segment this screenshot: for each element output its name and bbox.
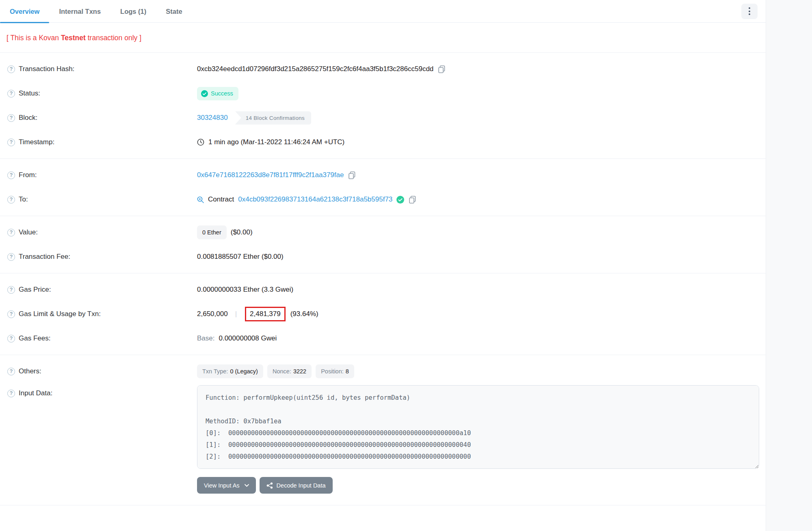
copy-hash-button[interactable] xyxy=(437,65,446,74)
copy-to-address-button[interactable] xyxy=(408,195,417,204)
tab-bar: Overview Internal Txns Logs (1) State xyxy=(0,0,766,23)
status-badge: Success xyxy=(197,87,238,100)
ether-value-badge: 0 Ether xyxy=(197,225,227,239)
tab-internal-txns[interactable]: Internal Txns xyxy=(49,0,110,23)
check-circle-icon xyxy=(201,90,208,97)
help-icon[interactable]: ? xyxy=(7,196,15,204)
transaction-fee-value: 0.0081885507 Ether ($0.00) xyxy=(197,253,284,261)
card-footer-divider xyxy=(0,505,766,521)
verified-check-icon xyxy=(396,196,404,204)
copy-icon xyxy=(438,65,445,73)
block-number-link[interactable]: 30324830 xyxy=(197,114,228,122)
transaction-hash-label: ? Transaction Hash: xyxy=(0,65,197,73)
section-others-input: ? Others: Txn Type: 0 (Legacy) Nonce: 32… xyxy=(0,355,766,525)
row-timestamp: ? Timestamp: 1 min ago (Mar-11-2022 11:4… xyxy=(0,130,766,154)
gas-limit-value: 2,650,000 xyxy=(197,310,228,318)
clock-icon xyxy=(197,139,204,146)
section-from-to: ? From: 0x647e7168122263d8e7f81f17fff9c2… xyxy=(0,158,766,216)
base-fee-label: Base: xyxy=(197,334,214,342)
view-input-as-button[interactable]: View Input As xyxy=(197,477,256,494)
row-input-data: ? Input Data: Function: performUpkeep(ui… xyxy=(0,384,766,499)
row-status: ? Status: Success xyxy=(0,81,766,106)
row-transaction-hash: ? Transaction Hash: 0xcb324eedcd1d07296f… xyxy=(0,57,766,81)
nonce-badge: Nonce: 3222 xyxy=(267,364,312,378)
gas-fees-label: ? Gas Fees: xyxy=(0,334,197,342)
txn-type-badge: Txn Type: 0 (Legacy) xyxy=(197,364,263,378)
help-icon[interactable]: ? xyxy=(7,286,15,294)
usd-value: ($0.00) xyxy=(231,228,253,236)
block-label: ? Block: xyxy=(0,114,197,122)
row-from: ? From: 0x647e7168122263d8e7f81f17fff9c2… xyxy=(0,163,766,187)
more-options-button[interactable] xyxy=(741,4,758,19)
tab-overview[interactable]: Overview xyxy=(0,0,49,23)
tab-logs[interactable]: Logs (1) xyxy=(110,0,156,23)
chevron-down-icon xyxy=(245,484,249,487)
timestamp-value: 1 min ago (Mar-11-2022 11:46:24 AM +UTC) xyxy=(208,138,344,146)
section-hash-status-block-time: ? Transaction Hash: 0xcb324eedcd1d07296f… xyxy=(0,52,766,158)
testnet-warning: [ This is a Kovan Testnet transaction on… xyxy=(0,23,766,52)
help-icon[interactable]: ? xyxy=(7,335,15,342)
section-gas: ? Gas Price: 0.0000000033 Ether (3.3 Gwe… xyxy=(0,273,766,355)
input-data-textarea[interactable]: Function: performUpkeep(uint256 id, byte… xyxy=(197,385,759,469)
row-gas-price: ? Gas Price: 0.0000000033 Ether (3.3 Gwe… xyxy=(0,277,766,302)
row-block: ? Block: 30324830 14 Block Confirmations xyxy=(0,106,766,130)
section-value-fee: ? Value: 0 Ether ($0.00) ? Transaction F… xyxy=(0,216,766,273)
row-others: ? Others: Txn Type: 0 (Legacy) Nonce: 32… xyxy=(0,359,766,384)
to-label: ? To: xyxy=(0,195,197,204)
others-label: ? Others: xyxy=(0,367,197,375)
help-icon[interactable]: ? xyxy=(7,90,15,98)
timestamp-label: ? Timestamp: xyxy=(0,138,197,146)
gas-used-value: 2,481,379 xyxy=(250,310,281,318)
decode-input-data-button[interactable]: Decode Input Data xyxy=(260,477,333,494)
row-gas-fees: ? Gas Fees: Base: 0.000000008 Gwei xyxy=(0,326,766,351)
copy-icon xyxy=(409,196,416,204)
from-address-link[interactable]: 0x647e7168122263d8e7f81f17fff9c2f1aa379f… xyxy=(197,171,344,179)
tab-state[interactable]: State xyxy=(156,0,192,23)
transaction-fee-label: ? Transaction Fee: xyxy=(0,253,197,261)
help-icon[interactable]: ? xyxy=(7,171,15,179)
gas-price-value: 0.0000000033 Ether (3.3 Gwei) xyxy=(197,286,293,294)
block-confirmations-badge: 14 Block Confirmations xyxy=(235,111,311,125)
help-icon[interactable]: ? xyxy=(7,368,15,375)
row-value: ? Value: 0 Ether ($0.00) xyxy=(0,220,766,245)
gas-used-annotation-box: 2,481,379 xyxy=(245,307,286,321)
row-to: ? To: Contract 0x4cb093f226983713164a621… xyxy=(0,187,766,212)
decode-icon xyxy=(266,482,273,489)
help-icon[interactable]: ? xyxy=(7,253,15,261)
help-icon[interactable]: ? xyxy=(7,229,15,236)
magnifier-plus-icon[interactable] xyxy=(197,196,204,203)
input-data-label: ? Input Data: xyxy=(0,385,197,397)
transaction-overview-card: Overview Internal Txns Logs (1) State [ … xyxy=(0,0,766,531)
to-address-link[interactable]: 0x4cb093f226983713164a62138c3f718a5b595f… xyxy=(238,195,392,204)
gas-price-label: ? Gas Price: xyxy=(0,286,197,294)
base-fee-value: 0.000000008 Gwei xyxy=(219,334,277,342)
gas-used-percent: (93.64%) xyxy=(290,310,318,318)
gas-limit-usage-label: ? Gas Limit & Usage by Txn: xyxy=(0,310,197,318)
copy-from-address-button[interactable] xyxy=(348,171,356,180)
help-icon[interactable]: ? xyxy=(7,139,15,146)
kebab-menu-icon xyxy=(749,7,750,16)
help-icon[interactable]: ? xyxy=(7,390,15,397)
value-label: ? Value: xyxy=(0,228,197,236)
row-transaction-fee: ? Transaction Fee: 0.0081885507 Ether ($… xyxy=(0,245,766,269)
from-label: ? From: xyxy=(0,171,197,179)
status-label: ? Status: xyxy=(0,89,197,98)
help-icon[interactable]: ? xyxy=(7,65,15,73)
copy-icon xyxy=(349,171,355,179)
gas-separator: | xyxy=(232,310,240,318)
help-icon[interactable]: ? xyxy=(7,310,15,318)
row-gas-limit-usage: ? Gas Limit & Usage by Txn: 2,650,000 | … xyxy=(0,302,766,326)
position-badge: Position: 8 xyxy=(316,364,354,378)
transaction-hash-value: 0xcb324eedcd1d07296fdf3d215a2865275f159c… xyxy=(197,65,433,73)
help-icon[interactable]: ? xyxy=(7,114,15,122)
to-contract-word: Contract xyxy=(208,195,234,204)
